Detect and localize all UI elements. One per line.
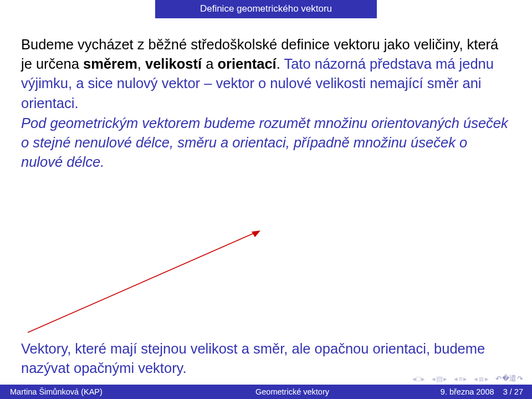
nav-subsection-icon[interactable]: ◂≡▸	[454, 375, 467, 383]
footer-bar: Martina Šimůnková (KAP) Geometrické vekt…	[0, 385, 532, 399]
p2-g: délce.	[63, 154, 104, 170]
p1-bold-orientaci: orientací	[217, 56, 276, 71]
paragraph-1: Budeme vycházet z běžné středoškolské de…	[21, 35, 511, 113]
p1-sep2: a	[202, 56, 217, 71]
nav-frame-icon[interactable]: ◂▤▸	[432, 375, 447, 383]
arrow-line	[28, 233, 255, 332]
slide-body: Budeme vycházet z běžné středoškolské de…	[0, 18, 532, 172]
beamer-nav-symbols[interactable]: ◂□▸ ◂▤▸ ◂≡▸ ◂≣▸ ↶�遣↷	[412, 374, 523, 383]
footer-title: Geometrické vektory	[172, 387, 413, 396]
p2-b: geometrickým vektorem	[50, 115, 200, 131]
footer-page-sep: /	[508, 387, 514, 396]
p2-e: délce, směru a orientaci, případně množi…	[132, 135, 467, 150]
arrow-svg	[22, 222, 272, 344]
footer-page-total: 27	[514, 387, 523, 396]
footer-author: Martina Šimůnková (KAP)	[0, 387, 172, 396]
vector-arrow-figure	[22, 222, 272, 344]
p2-f: nulové	[21, 154, 63, 170]
slide-title-text: Definice geometrického vektoru	[200, 3, 332, 14]
footer-page-current: 3	[503, 387, 508, 396]
nav-slide-icon[interactable]: ◂□▸	[412, 375, 426, 383]
p1-bold-velikosti: velikostí	[145, 56, 202, 71]
footer-date-page: 9. března 2008 3 / 27	[413, 387, 532, 396]
closing-text: Vektory, které mají stejnou velikost a s…	[21, 341, 485, 376]
closing-paragraph: Vektory, které mají stejnou velikost a s…	[21, 339, 511, 378]
footer-title-text: Geometrické vektory	[255, 387, 329, 396]
p2-d: nenulové	[74, 135, 132, 150]
footer-date-text: 9. března 2008	[441, 387, 494, 396]
header-bar: Definice geometrického vektoru	[0, 0, 532, 18]
nav-back-forward-icon[interactable]: ↶�遣↷	[495, 374, 523, 383]
p1-bold-smerem: směrem	[83, 56, 137, 71]
paragraph-2: Pod geometrickým vektorem budeme rozumět…	[21, 114, 511, 172]
p1-end: .	[277, 56, 284, 71]
footer-author-text: Martina Šimůnková (KAP)	[10, 387, 103, 396]
p1-sep1: ,	[137, 56, 145, 71]
slide-title: Definice geometrického vektoru	[155, 0, 377, 18]
p2-a: Pod	[21, 115, 50, 131]
nav-section-icon[interactable]: ◂≣▸	[474, 375, 489, 383]
